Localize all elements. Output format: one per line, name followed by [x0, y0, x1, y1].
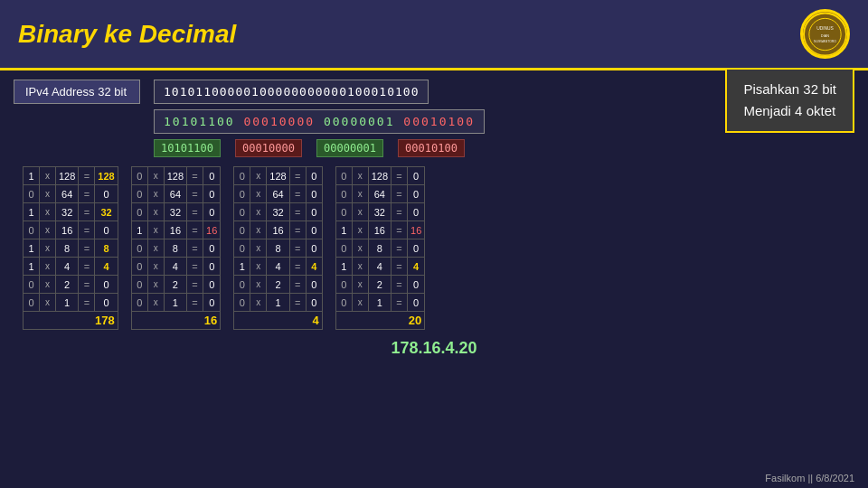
pisahkan-box: Pisahkan 32 bit Menjadi 4 oktet [725, 68, 854, 133]
calc-table-2: 0x128=0 0x64=0 0x32=0 1x16=16 0x8=0 0x4=… [131, 166, 222, 330]
content: IPv4 Address 32 bit 10101100000100000000… [0, 70, 868, 367]
calc-table-1: 1x128=128 0x64=0 1x32=32 0x16=0 1x8=8 1x… [23, 166, 118, 330]
calc-table-4: 0x128=0 0x64=0 0x32=0 1x16=16 0x8=0 1x4=… [335, 166, 426, 330]
pisahkan-line1: Pisahkan 32 bit [743, 79, 836, 100]
octet-label-4: 00010100 [398, 139, 465, 157]
octet-label-3: 00000001 [316, 139, 383, 157]
octet-label-2: 00010000 [235, 139, 302, 157]
logo: UDINUS DIAN NUSWANTORO [800, 9, 850, 59]
octet-label-1: 10101100 [154, 139, 221, 157]
ipv4-label: IPv4 Address 32 bit [14, 80, 140, 104]
svg-text:DIAN: DIAN [821, 33, 830, 37]
svg-text:NUSWANTORO: NUSWANTORO [814, 39, 836, 42]
slide: Binary ke Decimal UDINUS DIAN NUSWANTORO… [0, 0, 868, 488]
final-ip: 178.16.4.20 [14, 339, 854, 358]
binary-address-colored: 10101100 00010000 00000001 00010100 [154, 109, 485, 134]
svg-text:UDINUS: UDINUS [816, 26, 834, 31]
header: Binary ke Decimal UDINUS DIAN NUSWANTORO [0, 0, 868, 68]
page-title: Binary ke Decimal [18, 20, 236, 49]
pisahkan-line2: Menjadi 4 oktet [743, 100, 836, 122]
tables-row: 1x128=128 0x64=0 1x32=32 0x16=0 1x8=8 1x… [23, 166, 854, 330]
footer: Fasilkom || 6/8/2021 [765, 473, 854, 483]
binary-address-top: 10101100000100000000000100010100 [154, 80, 429, 104]
calc-table-3: 0x128=0 0x64=0 0x32=0 0x16=0 0x8=0 1x4=4 [233, 166, 322, 330]
octet-labels-row: 10101100 00010000 00000001 00010100 [154, 139, 854, 157]
